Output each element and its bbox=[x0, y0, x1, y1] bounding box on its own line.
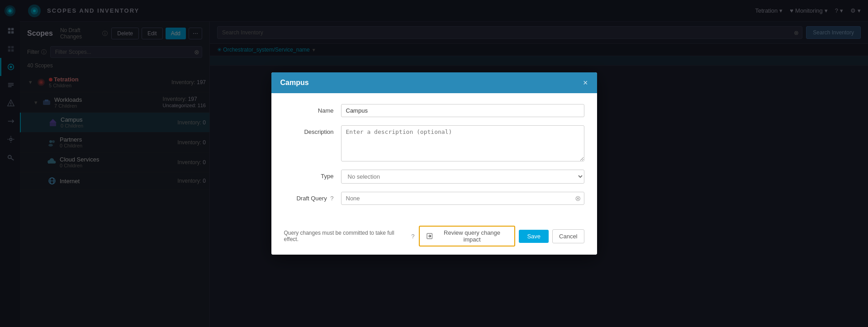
modal-campus: Campus × Name Description Type No select… bbox=[271, 72, 597, 255]
footer-note-text: Query changes must be committed to take … bbox=[284, 230, 408, 242]
modal-overlay[interactable]: Campus × Name Description Type No select… bbox=[0, 0, 868, 327]
draft-query-clear-icon[interactable]: ⊗ bbox=[575, 194, 581, 203]
type-select[interactable]: No selection bbox=[341, 170, 584, 184]
modal-title: Campus bbox=[280, 79, 309, 87]
name-input[interactable] bbox=[341, 104, 584, 117]
draft-query-help-icon[interactable]: ? bbox=[330, 195, 333, 202]
cancel-button[interactable]: Cancel bbox=[552, 229, 584, 243]
description-input[interactable] bbox=[341, 125, 584, 161]
description-label: Description bbox=[284, 125, 334, 135]
name-label: Name bbox=[284, 104, 334, 114]
footer-note: Query changes must be committed to take … bbox=[284, 230, 415, 242]
footer-actions: Review query change impact Save Cancel bbox=[419, 226, 584, 246]
review-button[interactable]: Review query change impact bbox=[419, 226, 515, 246]
modal-footer: Query changes must be committed to take … bbox=[271, 220, 597, 255]
draft-query-input[interactable] bbox=[341, 192, 584, 205]
description-field-group: Description bbox=[284, 125, 584, 161]
modal-header: Campus × bbox=[271, 72, 597, 93]
draft-query-wrap: ⊗ bbox=[341, 192, 584, 205]
review-button-label: Review query change impact bbox=[436, 229, 508, 243]
type-field-group: Type No selection bbox=[284, 170, 584, 184]
draft-query-field-group: Draft Query ? ⊗ bbox=[284, 192, 584, 205]
type-label: Type bbox=[284, 170, 334, 180]
save-button[interactable]: Save bbox=[519, 230, 549, 243]
modal-body: Name Description Type No selection Draft… bbox=[271, 93, 597, 220]
footer-note-help-icon[interactable]: ? bbox=[411, 233, 414, 240]
modal-close-button[interactable]: × bbox=[583, 79, 588, 87]
name-field-group: Name bbox=[284, 104, 584, 117]
draft-query-label: Draft Query ? bbox=[284, 192, 334, 202]
review-icon bbox=[426, 232, 433, 240]
